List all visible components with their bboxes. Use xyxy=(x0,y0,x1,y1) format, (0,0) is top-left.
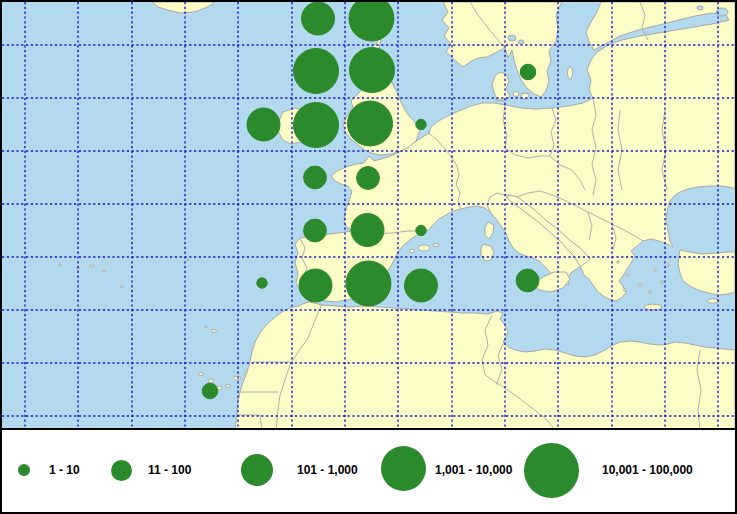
observation-circle-class-1 xyxy=(416,119,426,129)
observation-circle-class-4 xyxy=(302,2,335,35)
legend-label-11-100: 11 - 100 xyxy=(148,463,191,477)
legend-label-10001-100000: 10,001 - 100,000 xyxy=(602,463,693,477)
observation-circle-class-4 xyxy=(299,269,332,302)
observation-circle-class-5 xyxy=(346,261,391,306)
observation-circle-class-4 xyxy=(247,108,280,141)
observation-circle-class-3 xyxy=(357,167,380,190)
map-canvas xyxy=(2,2,735,430)
island-gotland xyxy=(568,67,573,79)
legend-label-101-1000: 101 - 1,000 xyxy=(297,463,358,477)
legend-circle-10001-100000 xyxy=(524,443,579,498)
lake-vanern xyxy=(508,35,516,41)
island-menorca xyxy=(433,244,439,247)
observation-circle-class-5 xyxy=(294,49,339,94)
observation-circle-class-5 xyxy=(294,103,339,148)
map-figure: 1 - 10 11 - 100 101 - 1,000 1,001 - 10,0… xyxy=(0,0,737,514)
island-mallorca xyxy=(418,245,430,251)
legend-circle-11-100 xyxy=(111,460,132,481)
legend: 1 - 10 11 - 100 101 - 1,000 1,001 - 10,0… xyxy=(2,430,735,512)
observation-circle-class-5 xyxy=(349,2,394,41)
island-ibiza xyxy=(410,249,415,253)
observation-circle-class-3 xyxy=(304,166,327,189)
europe-map xyxy=(2,2,735,428)
observation-circle-class-5 xyxy=(350,48,395,93)
legend-circle-1001-10000 xyxy=(381,446,426,491)
legend-circle-101-1000 xyxy=(241,454,273,486)
observation-circle-class-4 xyxy=(405,269,438,302)
island-funen xyxy=(513,92,519,97)
lake-vattern xyxy=(518,40,524,44)
legend-circle-1-10 xyxy=(18,464,30,476)
observation-circle-class-1 xyxy=(416,225,426,235)
lake-onega xyxy=(697,6,703,10)
observation-circle-class-5 xyxy=(348,101,393,146)
observation-circle-class-3 xyxy=(304,219,327,242)
observation-circle-class-1 xyxy=(257,278,267,288)
legend-label-1-10: 1 - 10 xyxy=(49,463,80,477)
island-crete xyxy=(644,304,662,310)
observation-circle-class-4 xyxy=(351,214,384,247)
observation-circle-class-2 xyxy=(202,383,218,399)
island-cyprus xyxy=(707,299,719,303)
legend-label-1001-10000: 1,001 - 10,000 xyxy=(435,463,512,477)
observation-circle-class-2 xyxy=(520,64,536,80)
observation-circle-class-3 xyxy=(516,269,539,292)
